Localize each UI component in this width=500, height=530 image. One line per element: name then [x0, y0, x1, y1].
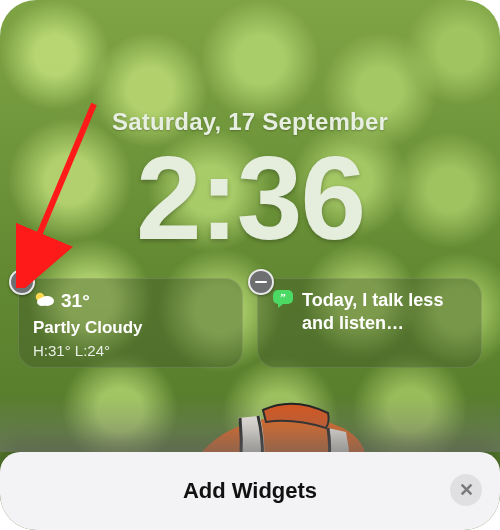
lockscreen-editor: Saturday, 17 September 2:36 31° Partly C…	[0, 0, 500, 530]
minus-icon	[16, 281, 28, 284]
weather-condition: Partly Cloudy	[33, 318, 228, 338]
close-icon: ✕	[459, 481, 474, 499]
svg-text:”: ”	[280, 291, 286, 303]
weather-high-low: H:31° L:24°	[33, 342, 228, 359]
quote-text: Today, I talk less and listen…	[302, 289, 467, 334]
widgets-row: 31° Partly Cloudy H:31° L:24° ” Today, I…	[18, 278, 482, 368]
minus-icon	[255, 281, 267, 284]
weather-widget[interactable]: 31° Partly Cloudy H:31° L:24°	[18, 278, 243, 368]
lockscreen-time[interactable]: 2:36	[0, 130, 500, 266]
sheet-title: Add Widgets	[0, 478, 500, 504]
svg-point-2	[37, 298, 47, 306]
close-sheet-button[interactable]: ✕	[450, 474, 482, 506]
remove-widget-button[interactable]	[9, 269, 35, 295]
quote-widget[interactable]: ” Today, I talk less and listen…	[257, 278, 482, 368]
weather-temp: 31°	[61, 291, 90, 310]
partly-cloudy-icon	[33, 289, 55, 312]
remove-widget-button[interactable]	[248, 269, 274, 295]
add-widgets-sheet[interactable]: Add Widgets ✕	[0, 452, 500, 530]
quote-icon: ”	[272, 289, 294, 313]
